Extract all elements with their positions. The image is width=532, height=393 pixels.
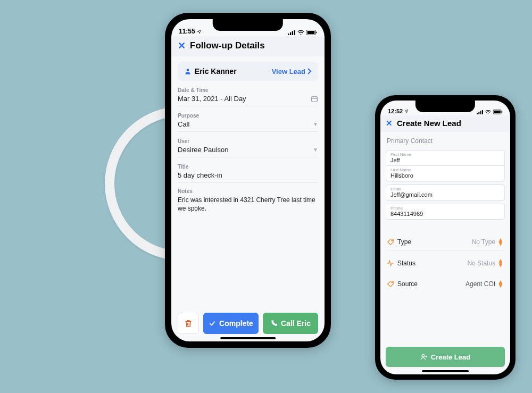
phone-icon [270, 320, 278, 327]
svg-point-24 [392, 282, 393, 283]
close-icon[interactable]: ✕ [386, 119, 393, 127]
svg-rect-3 [294, 30, 295, 35]
user-label: User [178, 138, 318, 144]
svg-rect-22 [502, 111, 502, 113]
svg-rect-21 [494, 111, 500, 114]
status-time: 11:55 [179, 28, 195, 35]
page-title: Create New Lead [397, 119, 461, 128]
phone-field[interactable]: Phone 8443114969 [386, 204, 505, 220]
type-select[interactable]: Type No Type ▲▼ [386, 233, 505, 251]
phone-label: Phone [390, 206, 500, 211]
svg-rect-2 [292, 31, 293, 35]
complete-label: Complete [219, 319, 253, 328]
calendar-icon [311, 95, 318, 103]
status-time: 12:52 [388, 108, 403, 114]
signal-icon [477, 110, 483, 114]
status-value: No Status [467, 260, 495, 267]
sort-icon: ▲▼ [497, 259, 504, 266]
name-inputs: First Name Jeff Last Name Hillsboro [386, 150, 505, 181]
call-button[interactable]: Call Eric [263, 313, 318, 334]
check-icon [209, 320, 216, 327]
notes-label: Notes [178, 188, 318, 194]
field-user[interactable]: User Desiree Paulson ▼ [178, 136, 318, 157]
last-name-field[interactable]: Last Name Hillsboro [386, 166, 505, 181]
field-datetime[interactable]: Date & Time Mar 31, 2021 - All Day [178, 85, 318, 106]
user-value: Desiree Paulson [178, 146, 228, 154]
title-label: Title [178, 164, 318, 170]
close-icon[interactable]: ✕ [178, 41, 186, 51]
status-label: Status [397, 260, 415, 267]
purpose-value: Call [178, 120, 189, 128]
email-value: Jeff@gmail.com [390, 191, 500, 198]
tag-icon [387, 280, 394, 288]
source-label: Source [397, 280, 418, 288]
person-plus-icon [420, 353, 428, 361]
svg-rect-16 [478, 112, 479, 114]
last-name-label: Last Name [390, 168, 500, 172]
first-name-label: First Name [390, 152, 500, 157]
svg-point-19 [488, 113, 489, 114]
date-value: Mar 31, 2021 - All Day [178, 95, 246, 103]
view-lead-label: View Lead [272, 68, 305, 76]
field-title[interactable]: Title 5 day check-in [178, 162, 318, 183]
complete-button[interactable]: Complete [203, 313, 259, 334]
notes-value: Eric was interested in 4321 Cherry Tree … [178, 196, 318, 213]
chevron-down-icon: ▼ [313, 121, 318, 127]
email-field[interactable]: Email Jeff@gmail.com [386, 185, 505, 200]
trash-icon [184, 319, 193, 328]
svg-rect-1 [290, 32, 291, 35]
svg-point-25 [422, 354, 425, 357]
status-select[interactable]: Status No Status ▲▼ [386, 254, 505, 272]
phone-create-lead: 12:52 ✕ Create New Lead Primary Contact … [375, 95, 516, 380]
delete-button[interactable] [178, 313, 199, 334]
svg-rect-15 [477, 113, 478, 114]
tag-icon [387, 238, 394, 246]
lead-card: Eric Kanner View Lead [178, 62, 318, 81]
section-primary-contact: Primary Contact [386, 136, 505, 147]
home-indicator [220, 337, 276, 339]
svg-rect-0 [288, 34, 289, 35]
call-label: Call Eric [281, 319, 311, 328]
create-lead-label: Create Lead [431, 353, 470, 361]
page-header: ✕ Create New Lead [380, 115, 510, 132]
type-label: Type [397, 238, 411, 246]
notch [213, 19, 283, 31]
battery-icon [306, 30, 317, 35]
activity-icon [387, 260, 394, 267]
home-indicator [422, 370, 469, 372]
source-select[interactable]: Source Agent COI ▲▼ [386, 275, 505, 292]
svg-rect-6 [307, 31, 315, 34]
wifi-icon [297, 30, 304, 35]
location-icon [197, 29, 202, 34]
location-icon [404, 109, 409, 113]
purpose-label: Purpose [178, 113, 318, 119]
first-name-field[interactable]: First Name Jeff [386, 150, 505, 166]
title-value: 5 day check-in [178, 171, 222, 179]
lead-name: Eric Kanner [195, 67, 237, 76]
sort-icon: ▲▼ [497, 238, 504, 246]
field-purpose[interactable]: Purpose Call ▼ [178, 111, 318, 132]
last-name-value: Hillsboro [390, 172, 500, 179]
view-lead-link[interactable]: View Lead [272, 68, 312, 76]
sort-icon: ▲▼ [497, 280, 504, 288]
email-label: Email [390, 187, 500, 191]
person-icon [184, 68, 192, 75]
svg-point-8 [187, 69, 189, 71]
action-bar: Complete Call Eric [171, 307, 325, 341]
wifi-icon [485, 110, 491, 114]
battery-icon [493, 110, 503, 114]
phone-value: 8443114969 [390, 211, 500, 217]
source-value: Agent COI [466, 280, 495, 288]
notch [415, 101, 475, 112]
first-name-value: Jeff [390, 157, 500, 163]
svg-rect-18 [482, 110, 483, 114]
create-lead-button[interactable]: Create Lead [386, 347, 505, 367]
type-value: No Type [472, 238, 495, 246]
chevron-down-icon: ▼ [313, 147, 318, 153]
svg-rect-9 [312, 96, 318, 101]
date-label: Date & Time [178, 87, 318, 93]
phone-followup: 11:55 ✕ Follow-up Details Eric Kanner Vi… [165, 13, 331, 348]
signal-icon [288, 30, 295, 35]
field-notes[interactable]: Notes Eric was interested in 4321 Cherry… [178, 187, 318, 213]
svg-rect-7 [316, 31, 317, 33]
